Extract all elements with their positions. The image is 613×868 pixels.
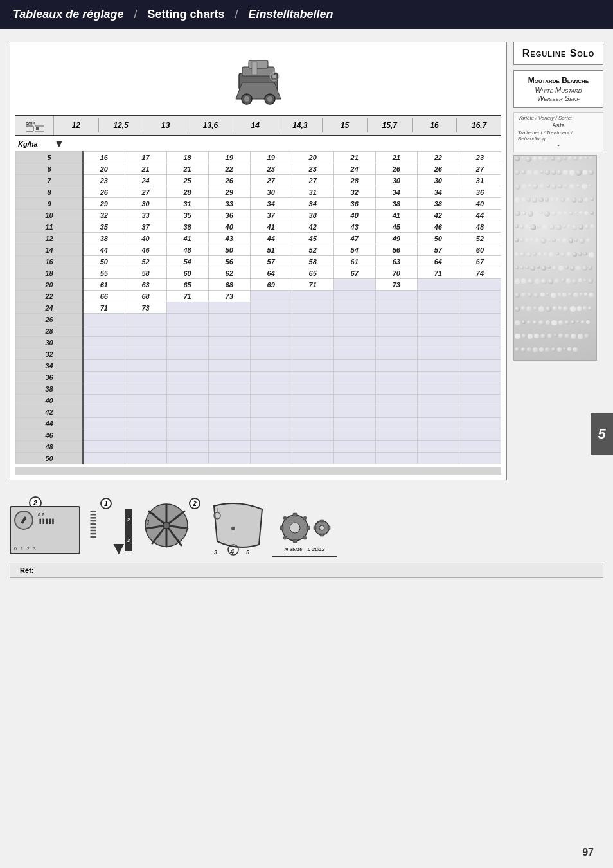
cell-r21-c2 (166, 395, 208, 406)
main-content: cm× 12 12,5 13 13,6 14 14,3 15 15,7 16 1… (0, 29, 613, 493)
ref-bar: Réf: (10, 563, 603, 578)
cell-r22-c6 (333, 406, 375, 418)
cell-r4-c7: 38 (375, 198, 417, 210)
product-title-box: Reguline Solo (513, 42, 603, 65)
col-header-15: 15 (323, 118, 368, 132)
cell-r26-c6 (333, 453, 375, 464)
cell-r20-c4 (250, 383, 292, 395)
cell-r22-c5 (292, 406, 333, 418)
cell-r7-c9: 52 (459, 233, 501, 244)
cell-r25-c0 (83, 441, 125, 453)
svg-point-10 (272, 75, 276, 78)
cell-r6-c5: 42 (292, 221, 333, 233)
cell-r8-c2: 48 (166, 244, 208, 256)
cell-r22-c3 (208, 406, 250, 418)
cell-r17-c6 (333, 348, 375, 360)
cell-r15-c1 (125, 325, 166, 337)
cell-r17-c3 (208, 348, 250, 360)
gear-bottom-line (272, 556, 337, 557)
cell-r11-c4: 69 (250, 279, 292, 291)
kgha-label-row: Kg/ha ▼ (15, 137, 501, 151)
cell-r11-c1: 63 (125, 279, 166, 291)
cell-r25-c6 (333, 441, 375, 453)
cell-r12-c1: 68 (125, 291, 166, 302)
cell-r13-c4 (250, 302, 292, 314)
cell-r8-c1: 46 (125, 244, 166, 256)
cell-r18-c0 (83, 360, 125, 372)
bottom-diagrams: 2 0 1 ▐▐▐▐▐ 0123 (10, 493, 603, 563)
cell-r9-c8: 64 (417, 256, 459, 267)
table-row: 1032333536373840414244 (16, 210, 501, 221)
header-bar: Tableaux de réglage / Setting charts / E… (0, 0, 613, 29)
cell-r9-c6: 61 (333, 256, 375, 267)
unit-label: cm× (15, 116, 54, 135)
cell-r25-c8 (417, 441, 459, 453)
table-row: 929303133343436383840 (16, 198, 501, 210)
diagram1-dial (14, 511, 33, 530)
cell-r21-c1 (125, 395, 166, 406)
cell-r20-c1 (125, 383, 166, 395)
table-row: 1650525456575861636467 (16, 256, 501, 267)
cell-r9-c7: 63 (375, 256, 417, 267)
row-label-14: 14 (16, 244, 84, 256)
deflector-svg: 3 4 5 (208, 496, 269, 557)
table-row: 50 (16, 453, 501, 464)
col-header-13: 13 (143, 118, 188, 132)
cell-r9-c0: 50 (83, 256, 125, 267)
cell-r4-c9: 40 (459, 198, 501, 210)
cell-r4-c2: 31 (166, 198, 208, 210)
cell-r19-c1 (125, 372, 166, 383)
table-row: 826272829303132343436 (16, 186, 501, 198)
table-row: 46 (16, 429, 501, 441)
cell-r7-c4: 44 (250, 233, 292, 244)
gear-set-top (279, 512, 331, 544)
cell-r19-c2 (166, 372, 208, 383)
cell-r3-c1: 27 (125, 186, 166, 198)
svg-rect-46 (320, 534, 324, 536)
kgha-arrow: ▼ (54, 138, 64, 150)
svg-rect-3 (249, 60, 268, 68)
svg-rect-37 (280, 526, 283, 530)
row-label-44: 44 (16, 418, 84, 429)
cell-r4-c1: 30 (125, 198, 166, 210)
cell-r1-c3: 22 (208, 163, 250, 175)
cell-r10-c8: 71 (417, 267, 459, 279)
cell-r5-c7: 41 (375, 210, 417, 221)
table-row: 2061636568697173 (16, 279, 501, 291)
cell-r16-c0 (83, 337, 125, 348)
cell-r15-c8 (417, 325, 459, 337)
cell-r12-c4 (250, 291, 292, 302)
table-row: 44 (16, 418, 501, 429)
cell-r13-c7 (375, 302, 417, 314)
rotor-svg (143, 502, 191, 550)
cell-r5-c9: 44 (459, 210, 501, 221)
diagram-deflector: 3 4 5 (208, 496, 269, 557)
cell-r26-c7 (375, 453, 417, 464)
cell-r23-c6 (333, 418, 375, 429)
col-header-14: 14 (233, 118, 278, 132)
treatment-info-label: Traitement / Treatment / Behandlung: (518, 130, 599, 141)
small-gear-svg (313, 519, 331, 537)
cell-r24-c3 (208, 429, 250, 441)
cell-r1-c6: 24 (333, 163, 375, 175)
machine-icon-area (15, 48, 501, 115)
bottom-area: 2 0 1 ▐▐▐▐▐ 0123 (0, 493, 613, 563)
cell-r10-c3: 62 (208, 267, 250, 279)
table-row: 1444464850515254565760 (16, 244, 501, 256)
cell-r25-c5 (292, 441, 333, 453)
cell-r3-c0: 26 (83, 186, 125, 198)
cell-r5-c6: 40 (333, 210, 375, 221)
cell-r2-c2: 25 (166, 175, 208, 186)
cell-r11-c5: 71 (292, 279, 333, 291)
cell-r3-c6: 32 (333, 186, 375, 198)
cell-r10-c7: 70 (375, 267, 417, 279)
cell-r13-c3 (208, 302, 250, 314)
white-mustard-label: White Mustard (520, 86, 596, 94)
cell-r2-c5: 27 (292, 175, 333, 186)
svg-text:cm×: cm× (26, 121, 35, 125)
cell-r15-c6 (333, 325, 375, 337)
cell-r0-c3: 19 (208, 152, 250, 163)
col-header-125: 12,5 (99, 118, 144, 132)
weisser-senf-label: Weißer Senf (520, 95, 596, 102)
cell-r20-c3 (208, 383, 250, 395)
